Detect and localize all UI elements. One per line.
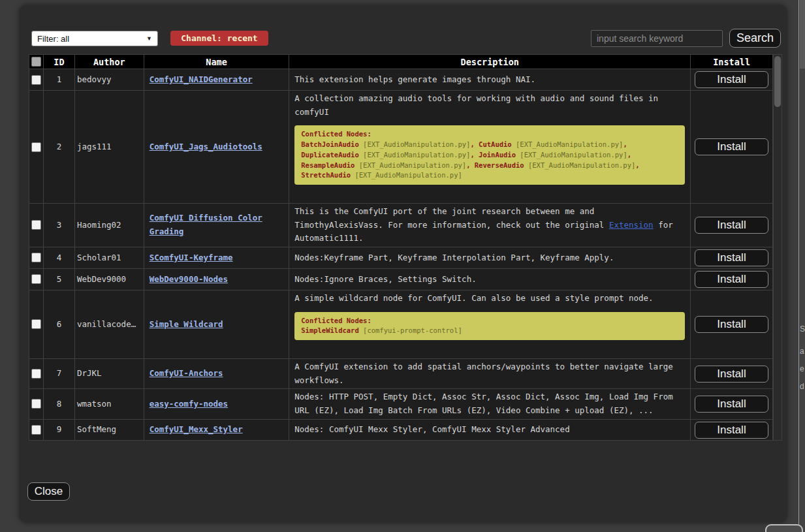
select-all-checkbox[interactable]	[31, 57, 41, 67]
row-desc-text: Nodes: ComfyUI Mexx Styler, ComfyUI Mexx…	[294, 423, 685, 437]
row-name-cell: easy-comfy-nodes	[144, 389, 290, 418]
row-checkbox[interactable]	[31, 142, 41, 152]
description-link[interactable]: Extension	[609, 220, 654, 230]
header-install: Install	[691, 55, 772, 69]
conflict-list: SimpleWildcard [comfyui-prompt-control]	[301, 326, 678, 336]
chevron-down-icon: ▼	[146, 36, 152, 42]
background-text-fragment: e	[800, 364, 804, 373]
background-text-fragment: S	[800, 324, 805, 334]
row-name-link[interactable]: ComfyUI_Jags_Audiotools	[150, 140, 262, 154]
row-name-cell: Simple Wildcard	[144, 290, 290, 358]
close-button[interactable]: Close	[27, 482, 70, 501]
header-id: ID	[44, 55, 75, 69]
install-button[interactable]: Install	[695, 71, 768, 88]
row-desc-text: A ComfyUI extension to add spatial ancho…	[294, 360, 685, 387]
row-checkbox[interactable]	[31, 425, 41, 435]
table-row: 3 Haoming02 ComfyUI Diffusion Color Grad…	[29, 204, 772, 247]
install-button[interactable]: Install	[695, 316, 768, 333]
row-author: WebDev9000	[75, 269, 144, 290]
row-id: 6	[44, 290, 75, 358]
row-id: 5	[44, 269, 75, 290]
custom-nodes-table: ID Author Name Description Install 1 bed…	[29, 54, 782, 441]
row-description: Nodes:Keyframe Part, Keyframe Interpolat…	[289, 247, 691, 268]
row-author: DrJKL	[75, 359, 144, 388]
install-button[interactable]: Install	[695, 366, 768, 383]
row-checkbox-cell	[29, 69, 44, 90]
row-name-link[interactable]: easy-comfy-nodes	[150, 398, 228, 411]
row-checkbox-cell	[29, 91, 44, 203]
background-text-fragment: a	[800, 347, 804, 356]
search-button[interactable]: Search	[729, 29, 781, 48]
row-checkbox[interactable]	[31, 75, 41, 85]
background-button-fragment	[765, 524, 803, 532]
table-body: 1 bedovyy ComfyUI_NAIDGenerator This ext…	[29, 69, 772, 440]
header-description: Description	[289, 55, 691, 69]
background-text-fragment: d	[800, 382, 804, 391]
table-row: 7 DrJKL ComfyUI-Anchors A ComfyUI extens…	[29, 359, 772, 389]
row-name-link[interactable]: Simple Wildcard	[150, 318, 223, 332]
row-desc-text: A simple wildcard node for ComfyUI. Can …	[294, 292, 685, 305]
row-name-cell: ComfyUI_NAIDGenerator	[144, 69, 290, 90]
install-button[interactable]: Install	[695, 217, 768, 234]
install-button[interactable]: Install	[695, 249, 768, 266]
install-button[interactable]: Install	[695, 138, 768, 155]
table-row: 9 SoftMeng ComfyUI_Mexx_Styler Nodes: Co…	[29, 420, 772, 441]
row-checkbox[interactable]	[31, 319, 41, 329]
install-button[interactable]: Install	[695, 396, 768, 413]
header-checkbox-cell	[29, 55, 44, 69]
row-description: A collection amazing audio tools for wor…	[289, 91, 691, 203]
row-author: Scholar01	[75, 247, 144, 268]
table-row: 5 WebDev9000 WebDev9000-Nodes Nodes:Igno…	[29, 269, 772, 290]
page-scrollbar-thumb[interactable]	[800, 0, 805, 69]
row-name-cell: ComfyUI_Mexx_Styler	[144, 420, 290, 441]
search-input[interactable]	[591, 30, 723, 47]
header-author: Author	[75, 55, 144, 69]
row-description: Nodes: ComfyUI Mexx Styler, ComfyUI Mexx…	[289, 420, 691, 441]
row-install-cell: Install	[691, 91, 772, 203]
row-checkbox[interactable]	[31, 253, 41, 262]
filter-select[interactable]: Filter: all ▼	[31, 31, 158, 46]
row-author: jags111	[75, 91, 144, 203]
row-name-cell: SComfyUI-Keyframe	[144, 247, 290, 268]
row-author: wmatson	[75, 389, 144, 418]
table-scrollbar-thumb[interactable]	[774, 56, 781, 107]
row-checkbox[interactable]	[31, 369, 41, 379]
row-id: 9	[44, 420, 75, 441]
row-name-link[interactable]: ComfyUI_Mexx_Styler	[150, 423, 243, 437]
row-author: bedovyy	[75, 69, 144, 90]
conflict-title: Conflicted Nodes:	[301, 129, 678, 140]
header-name: Name	[144, 55, 290, 69]
row-author: SoftMeng	[75, 420, 144, 441]
install-button[interactable]: Install	[695, 271, 768, 288]
row-name-cell: ComfyUI_Jags_Audiotools	[144, 91, 290, 203]
table-row: 2 jags111 ComfyUI_Jags_Audiotools A coll…	[29, 91, 772, 204]
filter-select-value: Filter: all	[37, 34, 69, 44]
row-id: 4	[44, 247, 75, 268]
row-name-link[interactable]: ComfyUI_NAIDGenerator	[150, 73, 253, 87]
install-button[interactable]: Install	[695, 422, 768, 439]
row-description: Nodes: HTTP POST, Empty Dict, Assoc Str,…	[289, 389, 691, 418]
row-name-link[interactable]: SComfyUI-Keyframe	[150, 251, 233, 265]
row-description: A ComfyUI extension to add spatial ancho…	[289, 359, 691, 388]
row-name-link[interactable]: WebDev9000-Nodes	[150, 273, 228, 287]
table-row: 8 wmatson easy-comfy-nodes Nodes: HTTP P…	[29, 389, 772, 419]
row-checkbox[interactable]	[31, 399, 41, 409]
table-header: ID Author Name Description Install	[29, 55, 772, 69]
row-desc-text: This is the ComfyUI port of the joint re…	[294, 205, 685, 245]
row-checkbox-cell	[29, 204, 44, 247]
row-checkbox-cell	[29, 269, 44, 290]
row-author: Haoming02	[75, 204, 144, 247]
row-checkbox-cell	[29, 359, 44, 388]
row-name-link[interactable]: ComfyUI Diffusion Color Grading	[150, 211, 284, 238]
row-checkbox-cell	[29, 247, 44, 268]
row-name-cell: WebDev9000-Nodes	[144, 269, 290, 290]
row-install-cell: Install	[691, 359, 772, 388]
row-name-link[interactable]: ComfyUI-Anchors	[150, 367, 223, 381]
row-install-cell: Install	[691, 69, 772, 90]
row-name-cell: ComfyUI-Anchors	[144, 359, 290, 388]
row-install-cell: Install	[691, 269, 772, 290]
row-checkbox[interactable]	[31, 220, 41, 230]
row-description: This is the ComfyUI port of the joint re…	[289, 204, 691, 247]
row-checkbox[interactable]	[31, 274, 41, 284]
row-checkbox-cell	[29, 420, 44, 441]
